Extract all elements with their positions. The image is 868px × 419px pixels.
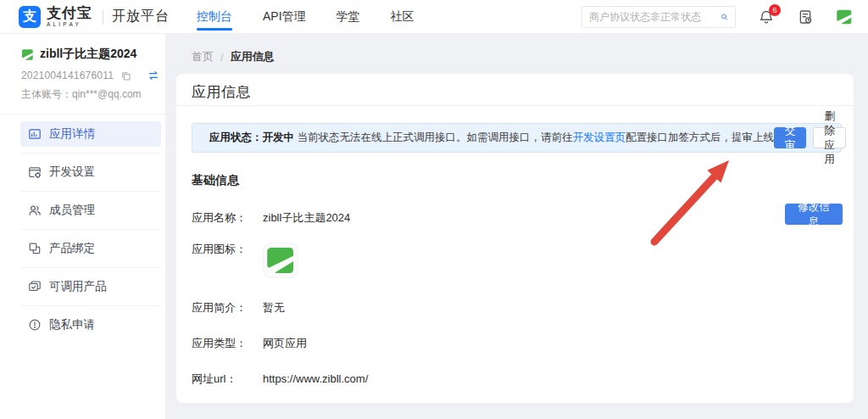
breadcrumb-current: 应用信息 <box>231 49 275 64</box>
sidebar-app-name: zibll子比主题2024 <box>40 47 136 62</box>
notification-bell-button[interactable]: 6 <box>758 8 775 25</box>
dev-settings-icon <box>28 165 42 179</box>
sidebar-item-label: 产品绑定 <box>49 241 95 256</box>
zibll-avatar-icon <box>836 8 853 25</box>
sidebar: zibll子比主题2024 2021004141676011 主体账号：qin*… <box>0 34 165 419</box>
brand-block: 支付宝 ALIPAY <box>47 6 92 28</box>
field-row-app-name: 应用名称： zibll子比主题2024 <box>192 211 842 224</box>
app-icon-preview <box>263 243 298 278</box>
main-area: 首页 / 应用信息 应用信息 应用状态：开发中 当前状态无法在线上正式调用接口。… <box>165 34 868 419</box>
edit-info-button[interactable]: 修改信息 <box>785 204 843 225</box>
breadcrumb-home[interactable]: 首页 <box>192 49 214 64</box>
card-title-row: 应用信息 <box>176 74 854 106</box>
app-info-card: 应用信息 应用状态：开发中 当前状态无法在线上正式调用接口。如需调用接口，请前往… <box>176 74 854 403</box>
privacy-icon <box>28 318 42 332</box>
sidebar-item-label: 隐私申请 <box>49 317 95 332</box>
sidebar-item-dev-settings[interactable]: 开发设置 <box>20 153 161 191</box>
search-input[interactable] <box>589 11 721 23</box>
sidebar-item-members[interactable]: 成员管理 <box>20 191 161 229</box>
notification-badge: 6 <box>769 4 781 16</box>
delete-app-button[interactable]: 删除应用 <box>813 127 846 148</box>
alipay-logo-icon[interactable]: 支 <box>19 6 41 28</box>
nav-tab-label: 学堂 <box>337 9 360 25</box>
sidebar-item-label: 应用详情 <box>49 126 95 142</box>
search-icon[interactable] <box>721 10 728 24</box>
field-row-site-url: 网址url： https://www.zibll.com/ <box>192 372 842 385</box>
submit-review-button[interactable]: 提交审核 <box>774 127 807 148</box>
sidebar-item-label: 开发设置 <box>49 165 95 180</box>
field-value-app-name: zibll子比主题2024 <box>263 211 350 224</box>
sidebar-app-id: 2021004141676011 <box>21 70 114 81</box>
header-search-box[interactable] <box>581 6 736 28</box>
breadcrumb-separator: / <box>220 51 224 64</box>
brand-name-en: ALIPAY <box>47 22 92 28</box>
nav-tab-community[interactable]: 社区 <box>391 0 415 34</box>
nav-tab-api[interactable]: API管理 <box>263 0 306 34</box>
sidebar-item-privacy[interactable]: 隐私申请 <box>20 305 161 344</box>
breadcrumb: 首页 / 应用信息 <box>192 49 868 64</box>
section-title-basic-info: 基础信息 <box>192 173 842 188</box>
field-label: 网址url： <box>192 372 263 385</box>
alert-buttons: 提交审核 删除应用 <box>774 127 846 148</box>
zibll-app-icon <box>265 245 296 276</box>
sidebar-item-label: 可调用产品 <box>49 279 107 294</box>
field-label: 应用类型： <box>192 337 263 349</box>
sidebar-account: 主体账号：qin***@qq.com <box>21 87 161 102</box>
field-row-app-type: 应用类型： 网页应用 <box>192 337 842 349</box>
platform-title: 开放平台 <box>112 8 170 25</box>
agreement-doc-button[interactable] <box>797 8 814 25</box>
nav-tab-console[interactable]: 控制台 <box>197 0 232 34</box>
account-avatar[interactable] <box>836 8 853 25</box>
field-value-app-type: 网页应用 <box>263 337 307 349</box>
members-icon <box>28 204 42 217</box>
app-status-alert: 应用状态：开发中 当前状态无法在线上正式调用接口。如需调用接口，请前往开发设置页… <box>192 123 842 153</box>
field-row-app-desc: 应用简介： 暂无 <box>192 301 842 314</box>
sidebar-app-info: zibll子比主题2024 2021004141676011 主体账号：qin*… <box>0 34 165 115</box>
field-value-app-desc: 暂无 <box>263 301 285 314</box>
sidebar-item-callable-products[interactable]: 可调用产品 <box>20 267 161 305</box>
sidebar-menu: 应用详情 开发设置 成员管理 产品绑定 <box>20 115 161 344</box>
callable-products-icon <box>28 280 42 293</box>
switch-app-icon[interactable] <box>147 70 159 81</box>
field-label: 应用名称： <box>192 211 263 224</box>
product-binding-icon <box>28 242 42 255</box>
header-right: 6 <box>581 6 853 28</box>
alert-status-value: 开发中 <box>263 131 295 143</box>
page-title: 应用信息 <box>192 82 251 102</box>
alipay-logo-mark: 支 <box>23 8 36 25</box>
nav-tab-label: API管理 <box>263 9 306 25</box>
field-label: 应用图标： <box>192 243 263 255</box>
dev-settings-link[interactable]: 开发设置页 <box>572 131 626 143</box>
sidebar-item-label: 成员管理 <box>49 203 95 218</box>
alert-body: 当前状态无法在线上正式调用接口。如需调用接口，请前往 <box>294 131 572 143</box>
nav-tab-label: 社区 <box>391 9 415 25</box>
active-tab-underline <box>197 28 232 31</box>
alert-status-label: 应用状态： <box>209 131 263 143</box>
sidebar-item-app-details[interactable]: 应用详情 <box>20 115 161 153</box>
nav-tab-school[interactable]: 学堂 <box>337 0 360 34</box>
brand-name: 支付宝 <box>47 6 92 20</box>
sidebar-item-product-binding[interactable]: 产品绑定 <box>20 229 161 267</box>
logo-divider <box>103 9 103 25</box>
copy-icon[interactable] <box>120 70 131 81</box>
nav-tab-label: 控制台 <box>197 9 232 25</box>
app-details-icon <box>28 127 42 141</box>
field-label: 应用简介： <box>192 301 263 314</box>
top-header: 支 支付宝 ALIPAY 开放平台 控制台 API管理 学堂 社区 6 <box>0 0 868 34</box>
alert-text: 应用状态：开发中 当前状态无法在线上正式调用接口。如需调用接口，请前往开发设置页… <box>209 131 774 145</box>
card-body: 应用状态：开发中 当前状态无法在线上正式调用接口。如需调用接口，请前往开发设置页… <box>176 106 854 385</box>
field-row-app-icon: 应用图标： <box>192 243 842 278</box>
field-value-site-url: https://www.zibll.com/ <box>263 372 368 385</box>
alert-suffix: 配置接口加签方式后，提审上线 <box>626 131 774 143</box>
app-mini-logo-icon <box>21 48 34 61</box>
top-nav: 控制台 API管理 学堂 社区 <box>197 0 445 34</box>
alipay-open-platform-console: 支 支付宝 ALIPAY 开放平台 控制台 API管理 学堂 社区 6 <box>0 0 868 419</box>
document-audit-icon <box>798 9 813 25</box>
